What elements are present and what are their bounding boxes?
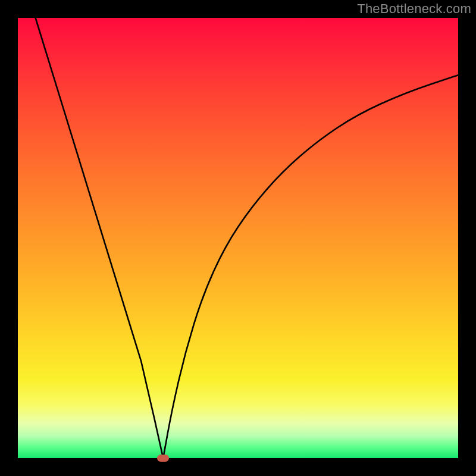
optimum-marker xyxy=(157,455,169,462)
plot-area xyxy=(18,18,458,458)
curve-path xyxy=(36,18,458,458)
bottleneck-curve xyxy=(18,18,458,458)
watermark-text: TheBottleneck.com xyxy=(357,1,471,17)
chart-frame: TheBottleneck.com xyxy=(0,0,476,476)
